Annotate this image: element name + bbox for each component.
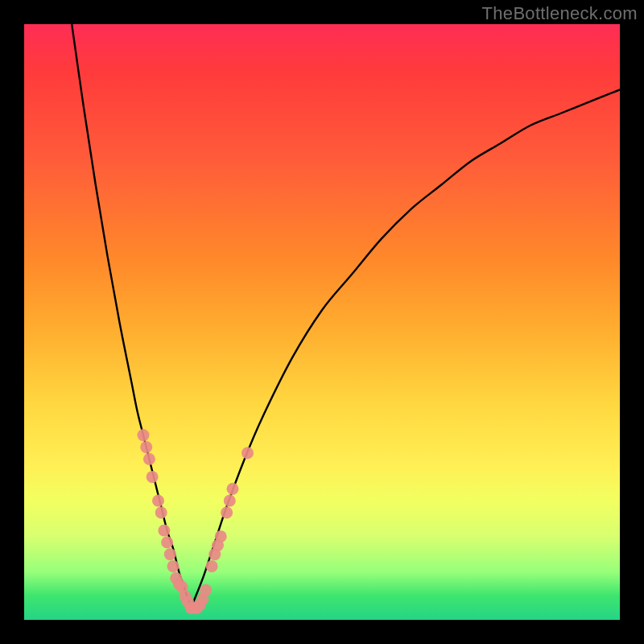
chart-frame: TheBottleneck.com (0, 0, 644, 644)
data-point (161, 536, 173, 548)
data-point (152, 495, 164, 507)
curve-left-branch (72, 24, 191, 608)
data-point (227, 483, 239, 495)
gradient-plot-area (24, 24, 620, 620)
data-point (158, 525, 170, 537)
scatter-group (138, 429, 254, 614)
data-point (138, 429, 150, 441)
chart-svg (24, 24, 620, 620)
data-point (224, 495, 236, 507)
data-point (164, 548, 176, 560)
data-point (242, 447, 254, 459)
curve-group (72, 24, 620, 608)
data-point (215, 530, 227, 543)
data-point (221, 506, 233, 518)
data-point (167, 560, 180, 572)
curve-right-branch (191, 89, 620, 608)
data-point (143, 453, 155, 465)
data-point (200, 584, 212, 597)
data-point (140, 441, 152, 453)
data-point (147, 471, 159, 483)
data-point (206, 560, 218, 572)
watermark-text: TheBottleneck.com (482, 3, 638, 24)
data-point (155, 506, 167, 518)
